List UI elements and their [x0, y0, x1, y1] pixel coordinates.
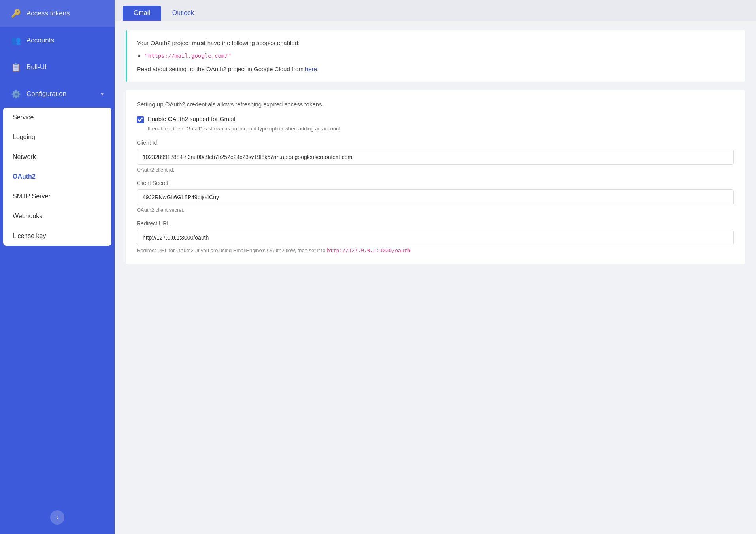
enable-oauth2-label[interactable]: Enable OAuth2 support for Gmail	[148, 115, 235, 122]
config-dropdown: Service Logging Network OAuth2 SMTP Serv…	[3, 108, 111, 246]
form-subtitle: Setting up OAuth2 credentials allows ref…	[137, 101, 734, 108]
layers-icon: 📋	[11, 62, 21, 72]
sidebar-item-access-tokens[interactable]: 🔑 Access tokens	[0, 0, 115, 27]
sidebar: 🔑 Access tokens 👥 Accounts 📋 Bull-UI ⚙️ …	[0, 0, 115, 534]
key-icon: 🔑	[11, 9, 21, 18]
sidebar-item-configuration[interactable]: ⚙️ Configuration ▾	[0, 81, 115, 108]
sidebar-item-label: Bull-UI	[26, 63, 47, 71]
config-item-service[interactable]: Service	[3, 108, 111, 127]
redirect-url-input[interactable]	[137, 230, 734, 245]
sidebar-item-bull-ui[interactable]: 📋 Bull-UI	[0, 54, 115, 81]
enable-oauth2-row: Enable OAuth2 support for Gmail	[137, 115, 734, 123]
config-item-logging[interactable]: Logging	[3, 127, 111, 147]
chevron-down-icon: ▾	[101, 91, 104, 97]
gear-icon: ⚙️	[11, 89, 21, 99]
info-box: Your OAuth2 project must have the follow…	[126, 30, 745, 82]
config-item-oauth2[interactable]: OAuth2	[3, 167, 111, 187]
client-id-input[interactable]	[137, 149, 734, 165]
config-item-webhooks[interactable]: Webhooks	[3, 206, 111, 226]
config-item-network[interactable]: Network	[3, 147, 111, 167]
client-secret-label: Client Secret	[137, 180, 734, 186]
tab-gmail[interactable]: Gmail	[123, 6, 161, 21]
main-content: Gmail Outlook Your OAuth2 project must h…	[115, 0, 756, 534]
tabs-bar: Gmail Outlook	[115, 0, 756, 21]
client-id-label: Client Id	[137, 140, 734, 146]
form-card: Setting up OAuth2 credentials allows ref…	[126, 90, 745, 264]
content-area: Your OAuth2 project must have the follow…	[115, 21, 756, 274]
enable-oauth2-hint: If enabled, then "Gmail" is shown as an …	[148, 126, 734, 132]
redirect-url-hint-link: http://127.0.0.1:3000/oauth	[327, 247, 410, 253]
config-item-smtp-server[interactable]: SMTP Server	[3, 187, 111, 206]
client-id-hint: OAuth2 client id.	[137, 167, 734, 173]
client-secret-input[interactable]	[137, 189, 734, 205]
config-item-license-key[interactable]: License key	[3, 226, 111, 246]
info-text: Your OAuth2 project must have the follow…	[137, 38, 735, 48]
redirect-url-hint: Redirect URL for OAuth2. If you are usin…	[137, 247, 734, 253]
users-icon: 👥	[11, 36, 21, 45]
sidebar-item-label: Access tokens	[26, 9, 70, 17]
tab-outlook[interactable]: Outlook	[161, 6, 205, 21]
here-link[interactable]: here	[305, 66, 317, 72]
redirect-url-label: Redirect URL	[137, 220, 734, 226]
scope-url: "https://mail.google.com/"	[145, 53, 231, 59]
sidebar-item-label: Configuration	[26, 90, 66, 98]
read-more-text: Read about setting up the OAuth2 project…	[137, 64, 735, 74]
sidebar-item-label: Accounts	[26, 36, 54, 44]
client-secret-hint: OAuth2 client secret.	[137, 207, 734, 213]
sidebar-item-accounts[interactable]: 👥 Accounts	[0, 27, 115, 54]
sidebar-collapse-button[interactable]: ‹	[50, 510, 64, 525]
enable-oauth2-checkbox[interactable]	[137, 116, 144, 123]
